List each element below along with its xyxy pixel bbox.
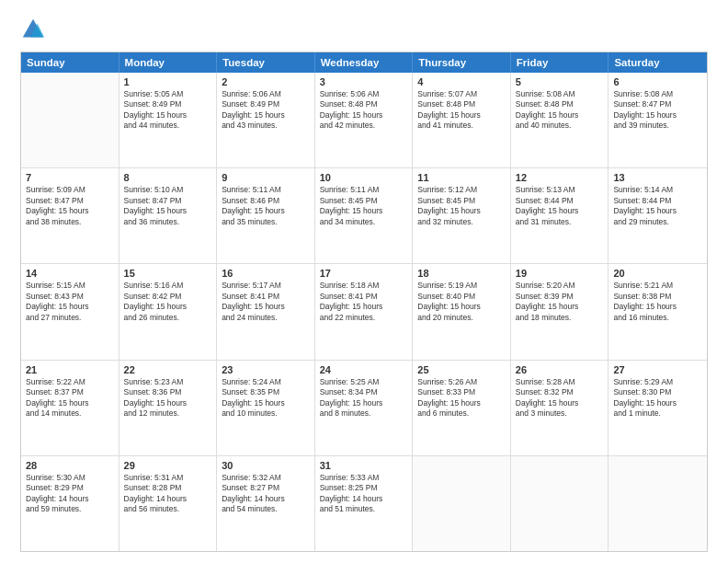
cell-line: and 38 minutes. (26, 217, 114, 227)
day-number: 6 (613, 76, 702, 87)
day-number: 15 (124, 268, 212, 279)
cell-line: Sunrise: 5:06 AM (320, 89, 408, 99)
cell-line: and 29 minutes. (613, 217, 702, 227)
cal-cell-2-4: 10Sunrise: 5:11 AMSunset: 8:45 PMDayligh… (315, 168, 414, 263)
cell-line: Daylight: 15 hours (613, 398, 702, 408)
cell-line: Sunrise: 5:15 AM (26, 281, 114, 291)
cell-line: Sunset: 8:45 PM (417, 196, 506, 206)
day-number: 10 (320, 172, 408, 183)
cal-cell-1-5: 4Sunrise: 5:07 AMSunset: 8:48 PMDaylight… (413, 73, 511, 167)
cell-line: Daylight: 15 hours (417, 206, 506, 216)
cell-line: Daylight: 14 hours (222, 494, 310, 504)
cell-line: Daylight: 15 hours (320, 110, 408, 121)
cell-line: Sunset: 8:30 PM (613, 387, 702, 397)
cell-line: Sunrise: 5:19 AM (417, 281, 506, 291)
cell-line: and 43 minutes. (222, 121, 310, 131)
cell-line: Sunset: 8:48 PM (320, 99, 408, 109)
header-cell-thursday: Thursday (413, 52, 511, 73)
day-number: 4 (417, 76, 506, 87)
cell-line: Daylight: 15 hours (222, 398, 310, 408)
cell-line: and 27 minutes. (26, 313, 114, 323)
day-number: 31 (320, 460, 408, 471)
cell-line: and 3 minutes. (516, 408, 604, 419)
cell-line: Sunset: 8:27 PM (222, 483, 310, 493)
cal-cell-4-7: 27Sunrise: 5:29 AMSunset: 8:30 PMDayligh… (609, 361, 707, 455)
cal-cell-2-3: 9Sunrise: 5:11 AMSunset: 8:46 PMDaylight… (217, 168, 315, 263)
cell-line: Sunrise: 5:11 AM (320, 185, 408, 195)
cell-line: and 18 minutes. (516, 313, 604, 323)
cal-cell-1-1 (21, 73, 119, 167)
cell-line: Sunset: 8:40 PM (417, 292, 506, 302)
cell-line: Sunset: 8:36 PM (124, 387, 212, 397)
cell-line: Daylight: 15 hours (516, 398, 604, 408)
day-number: 25 (417, 364, 506, 375)
cal-cell-3-1: 14Sunrise: 5:15 AMSunset: 8:43 PMDayligh… (21, 264, 119, 359)
cell-line: Sunset: 8:29 PM (26, 483, 114, 493)
day-number: 1 (124, 76, 212, 87)
cell-line: Sunrise: 5:30 AM (26, 473, 114, 483)
day-number: 18 (417, 268, 506, 279)
cell-line: Daylight: 14 hours (320, 494, 408, 504)
cell-line: Sunset: 8:32 PM (516, 387, 604, 397)
day-number: 19 (516, 268, 604, 279)
day-number: 5 (516, 76, 604, 87)
day-number: 21 (26, 364, 114, 375)
cell-line: Sunrise: 5:14 AM (613, 185, 702, 195)
week-row-1: 1Sunrise: 5:05 AMSunset: 8:49 PMDaylight… (21, 73, 707, 168)
week-row-2: 7Sunrise: 5:09 AMSunset: 8:47 PMDaylight… (21, 168, 707, 264)
cell-line: Sunrise: 5:23 AM (124, 377, 212, 387)
cal-cell-5-2: 29Sunrise: 5:31 AMSunset: 8:28 PMDayligh… (119, 456, 218, 551)
calendar-header: SundayMondayTuesdayWednesdayThursdayFrid… (21, 52, 707, 73)
cell-line: Sunset: 8:43 PM (26, 292, 114, 302)
cell-line: Daylight: 15 hours (613, 302, 702, 312)
cell-line: and 10 minutes. (222, 408, 310, 419)
cell-line: Daylight: 15 hours (417, 302, 506, 312)
day-number: 8 (124, 172, 212, 183)
cal-cell-2-2: 8Sunrise: 5:10 AMSunset: 8:47 PMDaylight… (119, 168, 218, 263)
day-number: 26 (516, 364, 604, 375)
day-number: 14 (26, 268, 114, 279)
cal-cell-3-7: 20Sunrise: 5:21 AMSunset: 8:38 PMDayligh… (609, 264, 707, 359)
cal-cell-4-4: 24Sunrise: 5:25 AMSunset: 8:34 PMDayligh… (315, 361, 414, 455)
week-row-5: 28Sunrise: 5:30 AMSunset: 8:29 PMDayligh… (21, 456, 707, 551)
day-number: 23 (222, 364, 310, 375)
cell-line: Daylight: 15 hours (320, 206, 408, 216)
cal-cell-1-3: 2Sunrise: 5:06 AMSunset: 8:49 PMDaylight… (217, 73, 315, 167)
cell-line: Sunset: 8:39 PM (516, 292, 604, 302)
cell-line: Sunset: 8:34 PM (320, 387, 408, 397)
day-number: 27 (613, 364, 702, 375)
header (20, 17, 708, 42)
cell-line: Daylight: 15 hours (320, 302, 408, 312)
cell-line: and 54 minutes. (222, 504, 310, 514)
cell-line: Sunset: 8:46 PM (222, 196, 310, 206)
day-number: 12 (516, 172, 604, 183)
cell-line: and 44 minutes. (124, 121, 212, 131)
cell-line: and 51 minutes. (320, 504, 408, 514)
cell-line: Sunrise: 5:22 AM (26, 377, 114, 387)
cell-line: and 36 minutes. (124, 217, 212, 227)
day-number: 20 (613, 268, 702, 279)
cell-line: Daylight: 15 hours (222, 206, 310, 216)
cell-line: and 26 minutes. (124, 313, 212, 323)
day-number: 3 (320, 76, 408, 87)
cell-line: Sunrise: 5:25 AM (320, 377, 408, 387)
cell-line: and 6 minutes. (417, 408, 506, 419)
cal-cell-2-5: 11Sunrise: 5:12 AMSunset: 8:45 PMDayligh… (413, 168, 511, 263)
cell-line: Daylight: 14 hours (26, 494, 114, 504)
cal-cell-4-6: 26Sunrise: 5:28 AMSunset: 8:32 PMDayligh… (511, 361, 609, 455)
cell-line: and 14 minutes. (26, 408, 114, 419)
cell-line: Daylight: 15 hours (417, 398, 506, 408)
cell-line: Daylight: 15 hours (124, 302, 212, 312)
page: SundayMondayTuesdayWednesdayThursdayFrid… (0, 0, 728, 563)
cal-cell-5-7 (609, 456, 707, 551)
header-cell-friday: Friday (511, 52, 609, 73)
cell-line: Daylight: 15 hours (516, 206, 604, 216)
cell-line: Sunrise: 5:31 AM (124, 473, 212, 483)
cal-cell-5-3: 30Sunrise: 5:32 AMSunset: 8:27 PMDayligh… (217, 456, 315, 551)
cell-line: and 41 minutes. (417, 121, 506, 131)
cell-line: and 42 minutes. (320, 121, 408, 131)
day-number: 22 (124, 364, 212, 375)
cell-line: Sunrise: 5:32 AM (222, 473, 310, 483)
cal-cell-1-2: 1Sunrise: 5:05 AMSunset: 8:49 PMDaylight… (119, 73, 218, 167)
cal-cell-3-5: 18Sunrise: 5:19 AMSunset: 8:40 PMDayligh… (413, 264, 511, 359)
